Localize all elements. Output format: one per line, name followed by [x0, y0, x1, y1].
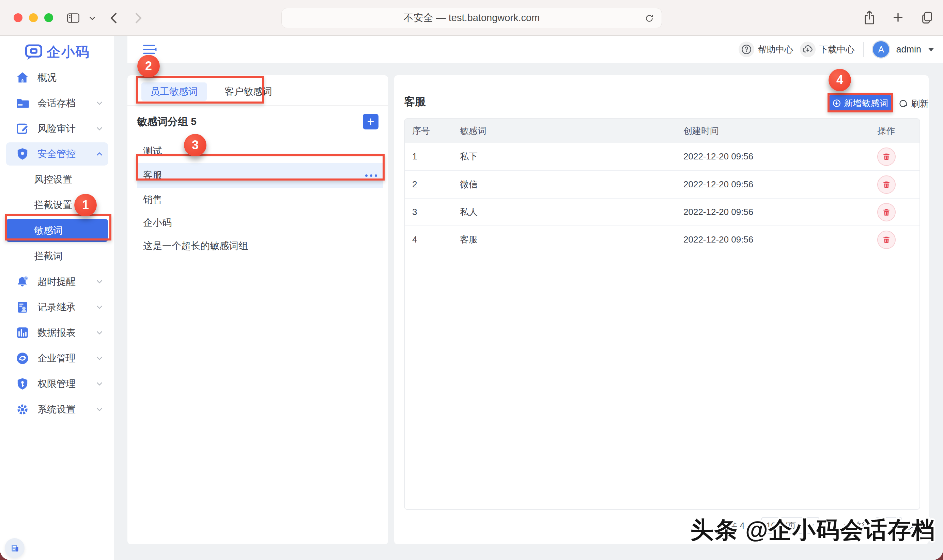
sidebar-item-label: 概况 [37, 71, 57, 84]
table-row: 2 微信 2022-12-20 09:56 [405, 170, 920, 198]
cell-index: 3 [405, 207, 452, 217]
bar-chart-icon [15, 326, 30, 340]
sidebar-item-label: 拦截词 [34, 250, 63, 263]
cell-created: 2022-12-20 09:56 [676, 234, 853, 245]
sidebar-item-system-settings[interactable]: 系统设置 [6, 397, 108, 422]
sidebar-item-security-control[interactable]: 安全管控 [6, 142, 108, 166]
sensitive-word-detail-panel: 客服 新增敏感词 刷新 序号 敏感词 创建时间 操作 [394, 75, 929, 544]
sidebar-item-label: 会话存档 [37, 97, 75, 110]
sidebar-item-risk-audit[interactable]: 风险审计 [6, 116, 108, 142]
col-header-index: 序号 [405, 125, 452, 137]
sidebar-item-overview[interactable]: 概况 [6, 65, 108, 90]
delete-button[interactable] [877, 203, 896, 222]
watermark: 头条 @企小码会话存档 [691, 515, 935, 546]
question-icon [738, 42, 754, 57]
close-window-button[interactable] [14, 13, 23, 22]
sidebar-item-data-reports[interactable]: 数据报表 [6, 320, 108, 345]
sidebar-item-label: 超时提醒 [37, 275, 75, 288]
minimize-window-button[interactable] [29, 13, 38, 22]
zoom-window-button[interactable] [44, 13, 53, 22]
group-list-header: 敏感词分组 5 + [128, 114, 388, 129]
chevron-down-icon [96, 406, 103, 413]
chevron-down-icon [96, 125, 103, 132]
sidebar-item-block-words[interactable]: 拦截词 [6, 243, 108, 269]
refresh-button[interactable]: 刷新 [898, 97, 929, 110]
sidebar-item-label: 记录继承 [37, 301, 75, 314]
avatar[interactable]: A [873, 41, 889, 58]
sync-icon [15, 352, 30, 365]
delete-button[interactable] [877, 231, 896, 249]
sidebar-item-archive[interactable]: 会话存档 [6, 90, 108, 116]
back-button[interactable] [106, 9, 123, 26]
add-group-button[interactable]: + [363, 114, 378, 129]
safari-sidebar-toggle-icon[interactable] [65, 9, 82, 26]
toolbar-chevron-down-icon[interactable] [84, 9, 101, 26]
annotation-box-sensitive-words-menu [5, 214, 111, 240]
annotation-number: 4 [836, 73, 843, 87]
audit-icon [15, 122, 30, 135]
share-icon[interactable] [863, 9, 876, 25]
group-item[interactable]: 销售 [128, 188, 388, 211]
sidebar-item-label: 系统设置 [37, 403, 75, 416]
cell-word: 私下 [452, 151, 676, 163]
cell-word: 私人 [452, 206, 676, 218]
table-row: 3 私人 2022-12-20 09:56 [405, 198, 920, 226]
help-center-label: 帮助中心 [758, 44, 793, 55]
cell-word: 客服 [452, 234, 676, 246]
delete-button[interactable] [877, 148, 896, 166]
cell-word: 微信 [452, 178, 676, 191]
chevron-down-icon [96, 329, 103, 337]
logo-icon [25, 43, 43, 61]
sidebar-nav: 概况 会话存档 风险审计 [0, 65, 114, 422]
group-item[interactable]: 企小码 [128, 211, 388, 234]
cell-created: 2022-12-20 09:56 [676, 151, 853, 162]
annotation-step-2: 2 [137, 55, 160, 77]
cell-index: 4 [405, 234, 452, 245]
sidebar-item-timeout-reminder[interactable]: 超时提醒 [6, 269, 108, 294]
annotation-box-selected-group [136, 154, 385, 180]
forward-button[interactable] [129, 9, 146, 26]
delete-button[interactable] [877, 175, 896, 194]
cell-created: 2022-12-20 09:56 [676, 179, 853, 190]
tab-divider [128, 105, 388, 106]
brand-name: 企小码 [47, 43, 90, 61]
username: admin [896, 44, 921, 55]
bell-icon [15, 275, 30, 289]
download-center-link[interactable]: 下载中心 [800, 42, 854, 57]
group-item[interactable]: 这是一个超长的敏感词组 [128, 234, 388, 257]
group-list-title: 敏感词分组 5 [137, 115, 197, 129]
new-tab-icon[interactable] [891, 9, 905, 25]
browser-toolbar: 不安全 — test.batongwork.com [0, 0, 943, 36]
sidebar-item-permission-mgmt[interactable]: 权限管理 [6, 371, 108, 397]
table-row: 4 客服 2022-12-20 09:56 [405, 226, 920, 253]
table-header-row: 序号 敏感词 创建时间 操作 [405, 119, 920, 143]
home-icon [15, 71, 30, 85]
col-header-actions: 操作 [853, 125, 920, 137]
help-center-link[interactable]: 帮助中心 [738, 42, 793, 57]
address-bar[interactable]: 不安全 — test.batongwork.com [282, 8, 662, 28]
tab-overview-icon[interactable] [920, 9, 934, 25]
download-center-label: 下载中心 [819, 44, 854, 55]
sidebar-item-risk-settings[interactable]: 风控设置 [6, 166, 108, 192]
annotation-number: 3 [192, 138, 198, 152]
group-item-label: 企小码 [143, 216, 172, 229]
sidebar-collapse-icon[interactable] [142, 44, 157, 55]
sidebar-item-enterprise-mgmt[interactable]: 企业管理 [6, 345, 108, 371]
app-header: 帮助中心 下载中心 A admin [128, 36, 943, 63]
group-title-text: 敏感词分组 [137, 116, 188, 127]
annotation-box-tabs [136, 76, 264, 103]
sidebar-item-label: 安全管控 [37, 148, 75, 160]
reload-icon[interactable] [644, 13, 655, 24]
url-text: 不安全 — test.batongwork.com [404, 11, 540, 25]
avatar-letter: A [878, 44, 884, 55]
gear-icon [15, 403, 30, 416]
chevron-down-icon [96, 278, 103, 285]
floating-doc-button[interactable] [5, 538, 25, 558]
shield-icon [15, 147, 30, 161]
sidebar-item-record-inherit[interactable]: 记录继承 [6, 294, 108, 320]
user-menu-caret-icon[interactable] [928, 48, 934, 51]
group-item-label: 销售 [143, 193, 162, 206]
chevron-down-icon [96, 100, 103, 107]
toolbar-right-actions [863, 9, 934, 25]
chevron-down-icon [96, 355, 103, 362]
